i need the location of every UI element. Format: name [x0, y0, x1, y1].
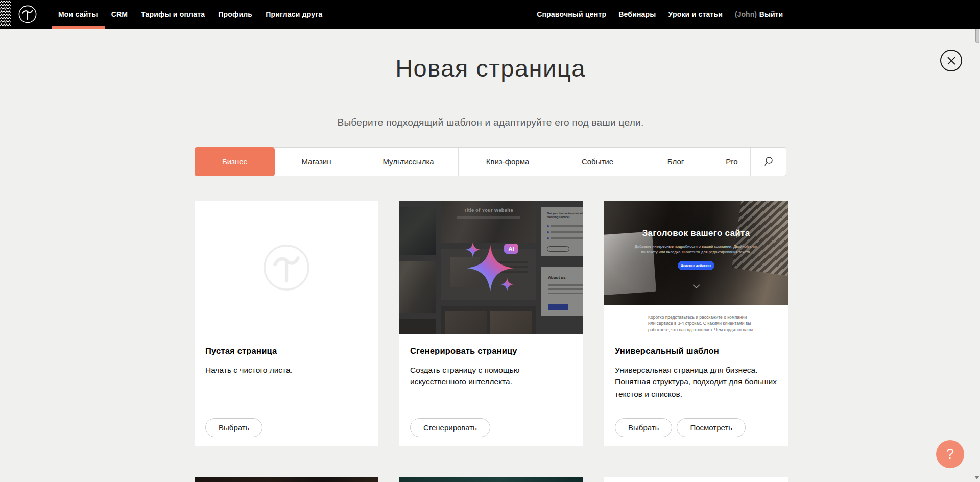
- clipped-card-preview[interactable]: [604, 477, 788, 482]
- nav-lessons[interactable]: Уроки и статьи: [662, 0, 729, 29]
- card-buttons: Выбрать Посмотреть: [615, 418, 746, 437]
- template-hero-title: Заголовок вашего сайта: [604, 228, 788, 238]
- choose-button[interactable]: Выбрать: [205, 418, 262, 437]
- tab-blog[interactable]: Блог: [638, 148, 713, 176]
- page-subtitle: Выберите подходящий шаблон и адаптируйте…: [195, 117, 786, 128]
- template-cards-row: Пустая страница Начать с чистого листа. …: [195, 201, 788, 446]
- nav-tariffs[interactable]: Тарифы и оплата: [134, 0, 211, 29]
- tab-multilink[interactable]: Мультиссылка: [358, 148, 459, 176]
- tab-search[interactable]: [751, 148, 786, 176]
- template-hero: Заголовок вашего сайта Добавьте интересн…: [604, 201, 788, 305]
- tab-shop[interactable]: Магазин: [275, 148, 358, 176]
- card-title: Универсальный шаблон: [615, 346, 778, 356]
- ai-sparkles-icon: AI: [399, 201, 583, 334]
- nav-profile[interactable]: Профиль: [211, 0, 259, 29]
- tab-quiz-form[interactable]: Квиз-форма: [459, 148, 557, 176]
- ai-badge-label: AI: [509, 246, 514, 252]
- search-icon: [763, 156, 774, 167]
- generate-button[interactable]: Сгенерировать: [410, 418, 490, 437]
- clipped-card-preview[interactable]: [195, 477, 378, 482]
- close-icon: [947, 56, 956, 65]
- card-body: Универсальный шаблон Универсальная стран…: [604, 334, 788, 445]
- scrollbar-down-arrow[interactable]: [974, 476, 979, 479]
- template-hero-subtitle: Добавьте интересные подробности о вашей …: [633, 244, 759, 255]
- nav-my-sites[interactable]: Мои сайты: [52, 0, 105, 29]
- template-cards-row-2-clipped: [195, 477, 788, 482]
- nav-user-logout[interactable]: (John) Выйти: [729, 0, 783, 29]
- help-button[interactable]: ?: [936, 440, 964, 468]
- card-title: Сгенерировать страницу: [410, 346, 573, 356]
- card-description: Универсальная страница для бизнеса. Поня…: [615, 364, 778, 400]
- card-ai-generate: Title of Your Website Get your house in …: [399, 201, 583, 446]
- blank-page-preview[interactable]: [195, 201, 378, 334]
- top-navbar: Мои сайты CRM Тарифы и оплата Профиль Пр…: [0, 0, 980, 29]
- close-button[interactable]: [940, 50, 962, 71]
- zigzag-pattern-decoration: [0, 0, 11, 29]
- universal-template-preview[interactable]: Заголовок вашего сайта Добавьте интересн…: [604, 201, 788, 334]
- card-title: Пустая страница: [205, 346, 368, 356]
- card-buttons: Сгенерировать: [410, 418, 490, 437]
- nav-my-sites-label: Мои сайты: [58, 10, 98, 18]
- page-scrollbar: [974, 0, 980, 482]
- nav-help-center[interactable]: Справочный центр: [531, 0, 612, 29]
- tab-business[interactable]: Бизнес: [195, 147, 275, 176]
- card-description: Начать с чистого листа.: [205, 364, 368, 376]
- page-title: Новая страница: [195, 54, 786, 82]
- choose-button[interactable]: Выбрать: [615, 418, 672, 437]
- template-category-tabs: Бизнес Магазин Мультиссылка Квиз-форма С…: [195, 147, 786, 176]
- chevron-down-icon: [692, 284, 700, 288]
- active-nav-underline: [52, 26, 105, 29]
- view-button[interactable]: Посмотреть: [677, 418, 746, 437]
- ai-preview-collage[interactable]: Title of Your Website Get your house in …: [399, 201, 583, 334]
- template-body-text: Коротко представьтесь и расскажите о ком…: [648, 314, 755, 334]
- user-name: (John): [735, 10, 757, 18]
- logout-label: Выйти: [759, 10, 783, 18]
- card-buttons: Выбрать: [205, 418, 262, 437]
- nav-invite-friend[interactable]: Пригласи друга: [259, 0, 329, 29]
- tab-event[interactable]: Событие: [557, 148, 638, 176]
- tilda-logo[interactable]: [18, 5, 37, 24]
- nav-webinars[interactable]: Вебинары: [612, 0, 662, 29]
- clipped-card-preview[interactable]: [399, 477, 583, 482]
- card-universal-template: Заголовок вашего сайта Добавьте интересн…: [604, 201, 788, 446]
- card-body: Сгенерировать страницу Создать страницу …: [399, 334, 583, 445]
- app-screen: Мои сайты CRM Тарифы и оплата Профиль Пр…: [0, 0, 980, 482]
- card-description: Создать страницу с помощью искусственног…: [410, 364, 538, 388]
- tab-pro[interactable]: Pro: [713, 148, 751, 176]
- card-blank-page: Пустая страница Начать с чистого листа. …: [195, 201, 378, 446]
- main-menu: Мои сайты CRM Тарифы и оплата Профиль Пр…: [52, 0, 329, 29]
- tilda-watermark-icon: [262, 244, 310, 292]
- card-body: Пустая страница Начать с чистого листа. …: [195, 334, 378, 445]
- secondary-menu: Справочный центр Вебинары Уроки и статьи…: [531, 0, 783, 29]
- nav-crm[interactable]: CRM: [105, 0, 134, 29]
- template-cta-button: Целевое действие: [678, 261, 714, 270]
